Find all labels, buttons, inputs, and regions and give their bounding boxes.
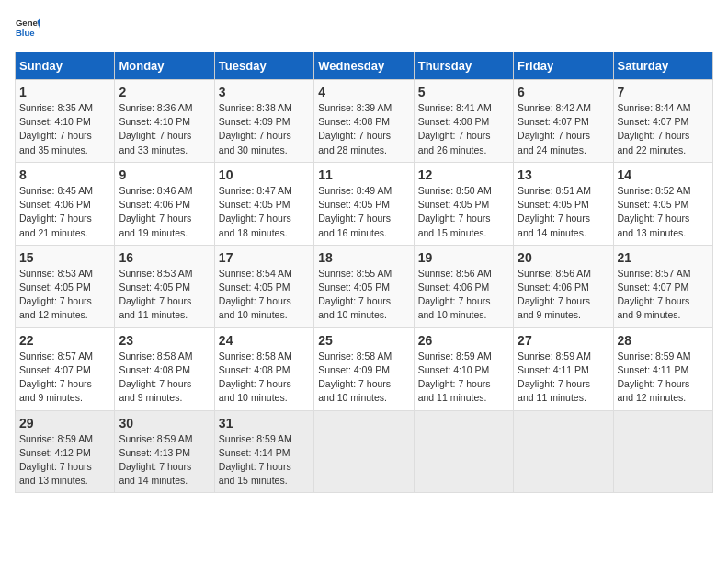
day-info: Sunrise: 8:56 AMSunset: 4:06 PMDaylight:… — [418, 267, 509, 323]
day-info: Sunrise: 8:57 AMSunset: 4:07 PMDaylight:… — [19, 350, 110, 406]
svg-text:Blue: Blue — [16, 28, 35, 38]
column-header-tuesday: Tuesday — [214, 52, 313, 80]
day-info: Sunrise: 8:42 AMSunset: 4:07 PMDaylight:… — [518, 101, 609, 157]
day-number: 7 — [618, 85, 709, 99]
day-cell: 21Sunrise: 8:57 AMSunset: 4:07 PMDayligh… — [613, 245, 712, 327]
day-number: 18 — [318, 250, 409, 265]
day-number: 4 — [318, 85, 409, 99]
day-number: 14 — [618, 167, 709, 182]
day-number: 31 — [219, 416, 310, 431]
day-info: Sunrise: 8:53 AMSunset: 4:05 PMDaylight:… — [119, 267, 210, 323]
day-number: 8 — [19, 167, 110, 182]
day-number: 5 — [418, 85, 509, 99]
day-info: Sunrise: 8:58 AMSunset: 4:08 PMDaylight:… — [119, 350, 210, 406]
day-number: 12 — [418, 167, 509, 182]
week-row-3: 15Sunrise: 8:53 AMSunset: 4:05 PMDayligh… — [16, 245, 713, 327]
day-number: 21 — [618, 250, 709, 265]
header-row: SundayMondayTuesdayWednesdayThursdayFrid… — [16, 52, 713, 80]
day-info: Sunrise: 8:53 AMSunset: 4:05 PMDaylight:… — [19, 267, 110, 323]
day-info: Sunrise: 8:39 AMSunset: 4:08 PMDaylight:… — [318, 101, 409, 157]
logo-icon: General Blue — [15, 15, 40, 40]
day-cell: 23Sunrise: 8:58 AMSunset: 4:08 PMDayligh… — [115, 327, 214, 410]
day-info: Sunrise: 8:52 AMSunset: 4:05 PMDaylight:… — [618, 184, 709, 240]
day-cell: 22Sunrise: 8:57 AMSunset: 4:07 PMDayligh… — [16, 327, 115, 410]
day-number: 19 — [418, 250, 509, 265]
day-cell: 6Sunrise: 8:42 AMSunset: 4:07 PMDaylight… — [514, 80, 613, 163]
day-info: Sunrise: 8:35 AMSunset: 4:10 PMDaylight:… — [19, 101, 110, 157]
column-header-thursday: Thursday — [414, 52, 513, 80]
day-number: 10 — [219, 167, 310, 182]
day-info: Sunrise: 8:41 AMSunset: 4:08 PMDaylight:… — [418, 101, 509, 157]
day-cell — [514, 410, 613, 493]
week-row-1: 1Sunrise: 8:35 AMSunset: 4:10 PMDaylight… — [16, 80, 713, 163]
day-cell: 13Sunrise: 8:51 AMSunset: 4:05 PMDayligh… — [514, 162, 613, 245]
day-info: Sunrise: 8:58 AMSunset: 4:08 PMDaylight:… — [219, 350, 310, 406]
day-number: 17 — [219, 250, 310, 265]
calendar-table: SundayMondayTuesdayWednesdayThursdayFrid… — [15, 52, 713, 493]
day-number: 30 — [119, 416, 210, 431]
day-cell: 20Sunrise: 8:56 AMSunset: 4:06 PMDayligh… — [514, 245, 613, 327]
column-header-saturday: Saturday — [613, 52, 712, 80]
day-number: 27 — [518, 333, 609, 348]
day-number: 2 — [119, 85, 210, 99]
day-number: 25 — [318, 333, 409, 348]
day-info: Sunrise: 8:44 AMSunset: 4:07 PMDaylight:… — [618, 101, 709, 157]
week-row-2: 8Sunrise: 8:45 AMSunset: 4:06 PMDaylight… — [16, 162, 713, 245]
day-info: Sunrise: 8:50 AMSunset: 4:05 PMDaylight:… — [418, 184, 509, 240]
day-cell: 24Sunrise: 8:58 AMSunset: 4:08 PMDayligh… — [214, 327, 313, 410]
day-info: Sunrise: 8:49 AMSunset: 4:05 PMDaylight:… — [318, 184, 409, 240]
day-cell: 25Sunrise: 8:58 AMSunset: 4:09 PMDayligh… — [314, 327, 414, 410]
day-cell: 3Sunrise: 8:38 AMSunset: 4:09 PMDaylight… — [214, 80, 313, 163]
day-cell: 10Sunrise: 8:47 AMSunset: 4:05 PMDayligh… — [214, 162, 313, 245]
day-cell: 8Sunrise: 8:45 AMSunset: 4:06 PMDaylight… — [16, 162, 115, 245]
day-info: Sunrise: 8:46 AMSunset: 4:06 PMDaylight:… — [119, 184, 210, 240]
day-number: 11 — [318, 167, 409, 182]
day-number: 13 — [518, 167, 609, 182]
day-info: Sunrise: 8:59 AMSunset: 4:10 PMDaylight:… — [418, 350, 509, 406]
day-cell: 7Sunrise: 8:44 AMSunset: 4:07 PMDaylight… — [613, 80, 712, 163]
day-cell: 4Sunrise: 8:39 AMSunset: 4:08 PMDaylight… — [314, 80, 414, 163]
day-info: Sunrise: 8:59 AMSunset: 4:14 PMDaylight:… — [219, 432, 310, 488]
day-cell: 29Sunrise: 8:59 AMSunset: 4:12 PMDayligh… — [16, 410, 115, 493]
day-info: Sunrise: 8:58 AMSunset: 4:09 PMDaylight:… — [318, 350, 409, 406]
day-info: Sunrise: 8:56 AMSunset: 4:06 PMDaylight:… — [518, 267, 609, 323]
day-number: 22 — [19, 333, 110, 348]
day-cell: 31Sunrise: 8:59 AMSunset: 4:14 PMDayligh… — [214, 410, 313, 493]
day-info: Sunrise: 8:59 AMSunset: 4:12 PMDaylight:… — [19, 432, 110, 488]
day-number: 3 — [219, 85, 310, 99]
day-cell: 1Sunrise: 8:35 AMSunset: 4:10 PMDaylight… — [16, 80, 115, 163]
day-cell — [613, 410, 712, 493]
week-row-5: 29Sunrise: 8:59 AMSunset: 4:12 PMDayligh… — [16, 410, 713, 493]
day-number: 6 — [518, 85, 609, 99]
day-cell: 27Sunrise: 8:59 AMSunset: 4:11 PMDayligh… — [514, 327, 613, 410]
day-info: Sunrise: 8:45 AMSunset: 4:06 PMDaylight:… — [19, 184, 110, 240]
day-cell: 17Sunrise: 8:54 AMSunset: 4:05 PMDayligh… — [214, 245, 313, 327]
day-cell — [414, 410, 513, 493]
day-info: Sunrise: 8:36 AMSunset: 4:10 PMDaylight:… — [119, 101, 210, 157]
column-header-friday: Friday — [514, 52, 613, 80]
day-info: Sunrise: 8:59 AMSunset: 4:11 PMDaylight:… — [618, 350, 709, 406]
day-info: Sunrise: 8:59 AMSunset: 4:13 PMDaylight:… — [119, 432, 210, 488]
week-row-4: 22Sunrise: 8:57 AMSunset: 4:07 PMDayligh… — [16, 327, 713, 410]
logo: General Blue — [15, 15, 40, 40]
day-cell: 14Sunrise: 8:52 AMSunset: 4:05 PMDayligh… — [613, 162, 712, 245]
column-header-wednesday: Wednesday — [314, 52, 414, 80]
day-cell — [314, 410, 414, 493]
day-info: Sunrise: 8:57 AMSunset: 4:07 PMDaylight:… — [618, 267, 709, 323]
day-info: Sunrise: 8:59 AMSunset: 4:11 PMDaylight:… — [518, 350, 609, 406]
day-number: 16 — [119, 250, 210, 265]
day-info: Sunrise: 8:47 AMSunset: 4:05 PMDaylight:… — [219, 184, 310, 240]
day-cell: 2Sunrise: 8:36 AMSunset: 4:10 PMDaylight… — [115, 80, 214, 163]
day-info: Sunrise: 8:51 AMSunset: 4:05 PMDaylight:… — [518, 184, 609, 240]
day-cell: 5Sunrise: 8:41 AMSunset: 4:08 PMDaylight… — [414, 80, 513, 163]
day-number: 9 — [119, 167, 210, 182]
day-number: 15 — [19, 250, 110, 265]
day-number: 1 — [19, 85, 110, 99]
day-cell: 12Sunrise: 8:50 AMSunset: 4:05 PMDayligh… — [414, 162, 513, 245]
day-cell: 30Sunrise: 8:59 AMSunset: 4:13 PMDayligh… — [115, 410, 214, 493]
day-number: 20 — [518, 250, 609, 265]
day-cell: 9Sunrise: 8:46 AMSunset: 4:06 PMDaylight… — [115, 162, 214, 245]
day-info: Sunrise: 8:55 AMSunset: 4:05 PMDaylight:… — [318, 267, 409, 323]
day-cell: 28Sunrise: 8:59 AMSunset: 4:11 PMDayligh… — [613, 327, 712, 410]
day-number: 24 — [219, 333, 310, 348]
